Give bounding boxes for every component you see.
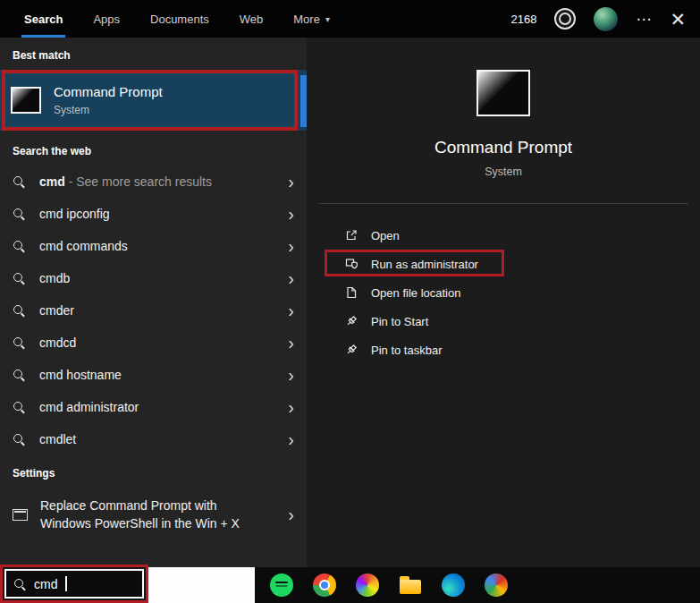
close-icon[interactable]: ✕ bbox=[670, 10, 686, 29]
web-suggestion-row[interactable]: cmd ipconfig › bbox=[0, 198, 307, 230]
action-pin-to-taskbar[interactable]: Pin to taskbar bbox=[344, 335, 700, 364]
suggestion-query: cmd bbox=[39, 174, 65, 189]
suggestion-query: cmd bbox=[39, 400, 63, 414]
search-input[interactable]: cmd bbox=[4, 569, 144, 599]
web-suggestion-row[interactable]: cmd commands › bbox=[0, 230, 307, 262]
more-options-icon[interactable]: ⋯ bbox=[636, 10, 652, 29]
search-icon bbox=[13, 336, 25, 349]
best-match-item[interactable]: Command Prompt System bbox=[0, 70, 307, 131]
suggestion-rest: b bbox=[63, 271, 70, 285]
action-label: Pin to Start bbox=[371, 315, 428, 328]
spotify-icon[interactable] bbox=[270, 573, 293, 597]
tab-label: Search bbox=[24, 13, 63, 26]
search-results-panel: Best match Command Prompt System Search … bbox=[0, 38, 307, 567]
suggestion-rest: administrator bbox=[63, 400, 139, 414]
colorful-app-icon[interactable] bbox=[356, 573, 379, 597]
search-icon bbox=[13, 272, 25, 285]
chevron-right-icon: › bbox=[281, 366, 294, 384]
web-suggestion-row[interactable]: cmd hostname › bbox=[0, 359, 307, 391]
best-match-header: Best match bbox=[0, 38, 307, 70]
preview-app-title: Command Prompt bbox=[434, 138, 572, 157]
settings-header: Settings bbox=[0, 455, 307, 488]
topbar: SearchAppsDocumentsWebMore▾ 2168 ⋯ ✕ bbox=[0, 0, 700, 38]
suggestion-text: cmd ipconfig bbox=[39, 207, 281, 221]
chevron-right-icon: › bbox=[281, 173, 294, 191]
web-suggestion-row[interactable]: cmdb › bbox=[0, 262, 307, 294]
search-input-value: cmd bbox=[34, 577, 57, 591]
suggestion-rest: er bbox=[63, 303, 73, 318]
divider bbox=[318, 203, 688, 204]
rewards-medal-icon[interactable] bbox=[554, 8, 576, 30]
action-run-as-administrator[interactable]: Run as administrator bbox=[344, 250, 700, 278]
web-suggestion-row[interactable]: cmd - See more search results › bbox=[0, 166, 307, 198]
preview-panel: Command Prompt System Open Run as admini… bbox=[307, 38, 700, 567]
scrollbar-thumb[interactable] bbox=[300, 75, 307, 127]
action-label: Open bbox=[371, 229, 400, 242]
best-match-subtitle: System bbox=[54, 104, 163, 116]
tab-label: Apps bbox=[93, 13, 120, 26]
command-prompt-icon-large bbox=[477, 70, 530, 116]
chevron-right-icon: › bbox=[281, 430, 294, 448]
rewards-points: 2168 bbox=[510, 13, 536, 26]
suggestion-text: cmd administrator bbox=[39, 400, 281, 414]
chevron-right-icon: › bbox=[281, 205, 294, 223]
tab-label: Web bbox=[240, 13, 264, 26]
taskbar-icons bbox=[270, 573, 508, 597]
settings-item-line2: Windows PowerShell in the Win + X bbox=[40, 514, 240, 532]
tab-documents[interactable]: Documents bbox=[135, 0, 224, 38]
taskbar-search-box[interactable] bbox=[148, 567, 255, 603]
file-location-icon bbox=[344, 285, 358, 300]
search-icon bbox=[13, 401, 25, 413]
edge-icon[interactable] bbox=[442, 573, 465, 597]
tab-web[interactable]: Web bbox=[224, 0, 279, 38]
suggestion-rest: hostname bbox=[63, 368, 121, 382]
action-label: Open file location bbox=[371, 286, 460, 300]
web-suggestions: cmd - See more search results › cmd ipco… bbox=[0, 166, 307, 455]
file-explorer-icon[interactable] bbox=[399, 573, 422, 597]
settings-result-item[interactable]: Replace Command Prompt with Windows Powe… bbox=[0, 488, 307, 541]
search-icon bbox=[13, 369, 25, 381]
suggestion-rest: ipconfig bbox=[63, 207, 109, 221]
suggestion-rest: let bbox=[63, 432, 76, 446]
tab-apps[interactable]: Apps bbox=[78, 0, 135, 38]
suggestion-query: cmd bbox=[39, 335, 63, 350]
settings-window-icon bbox=[13, 509, 28, 521]
avatar[interactable] bbox=[594, 7, 618, 31]
pin-icon bbox=[344, 343, 358, 357]
topbar-tabs: SearchAppsDocumentsWebMore▾ bbox=[9, 0, 345, 38]
suggestion-rest: - See more search results bbox=[65, 174, 212, 189]
search-icon bbox=[13, 304, 25, 317]
chevron-right-icon: › bbox=[281, 269, 294, 287]
suggestion-text: cmd - See more search results bbox=[39, 174, 281, 189]
suggestion-text: cmdlet bbox=[39, 432, 281, 446]
web-suggestion-row[interactable]: cmd administrator › bbox=[0, 391, 307, 423]
suggestion-query: cmd bbox=[39, 271, 63, 285]
suggestion-query: cmd bbox=[39, 432, 63, 446]
colorful-app-2-icon[interactable] bbox=[485, 573, 508, 597]
suggestion-text: cmd hostname bbox=[39, 368, 281, 382]
start-search-field[interactable]: cmd bbox=[0, 565, 148, 603]
tab-more[interactable]: More▾ bbox=[278, 0, 345, 38]
web-suggestion-row[interactable]: cmder › bbox=[0, 294, 307, 327]
suggestion-query: cmd bbox=[39, 207, 63, 221]
action-pin-to-start[interactable]: Pin to Start bbox=[344, 307, 700, 335]
action-open-file-location[interactable]: Open file location bbox=[344, 278, 700, 307]
suggestion-rest: commands bbox=[63, 239, 127, 253]
search-icon bbox=[13, 433, 25, 446]
search-icon bbox=[13, 208, 25, 220]
tab-search[interactable]: Search bbox=[9, 0, 78, 38]
topbar-right: 2168 ⋯ ✕ bbox=[510, 0, 700, 38]
pin-icon bbox=[344, 314, 358, 328]
open-icon bbox=[344, 228, 358, 242]
action-open[interactable]: Open bbox=[344, 221, 700, 250]
suggestion-text: cmd commands bbox=[39, 239, 281, 253]
context-actions: Open Run as administrator Open file loca… bbox=[307, 221, 700, 364]
chrome-icon[interactable] bbox=[313, 573, 336, 597]
web-suggestion-row[interactable]: cmdcd › bbox=[0, 327, 307, 359]
command-prompt-icon bbox=[11, 87, 41, 114]
action-label: Run as administrator bbox=[371, 258, 478, 271]
search-icon bbox=[13, 578, 26, 590]
web-suggestion-row[interactable]: cmdlet › bbox=[0, 423, 307, 455]
search-icon bbox=[13, 175, 25, 188]
suggestion-text: cmder bbox=[39, 303, 281, 318]
